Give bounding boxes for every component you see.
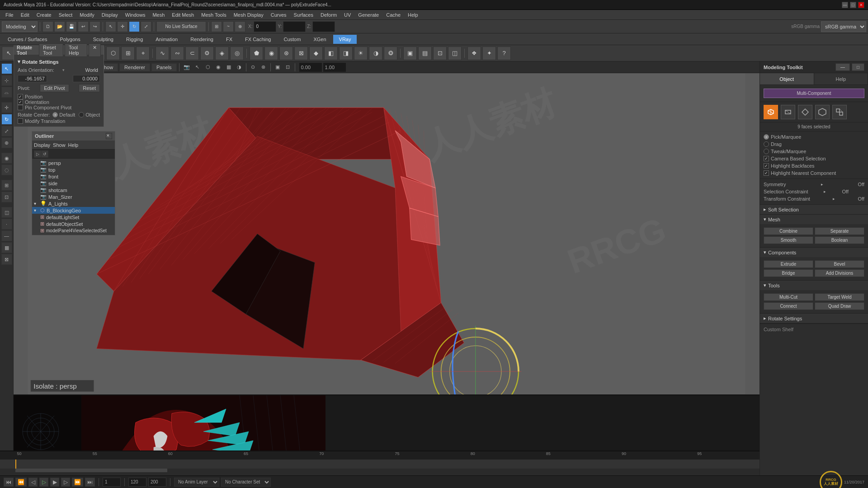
light-shade-btn[interactable]: ◑ <box>235 63 244 72</box>
multi-cut-btn[interactable]: Multi-Cut <box>764 293 813 301</box>
extrude-btn[interactable]: Extrude <box>764 260 813 268</box>
render4-icon[interactable]: ◫ <box>448 47 462 60</box>
tab-polygons[interactable]: Polygons <box>54 35 86 44</box>
plane-icon-btn[interactable] <box>781 105 795 119</box>
tool2-icon[interactable]: ◈ <box>215 47 229 60</box>
soft-select-btn[interactable]: ◉ <box>1 153 12 164</box>
jump-start-btn[interactable]: ⏮ <box>4 478 14 487</box>
tab-object[interactable]: Object <box>760 73 814 84</box>
paint-btn[interactable]: ⊹ <box>1 75 12 86</box>
move-tool-btn[interactable]: ✛ <box>117 21 128 32</box>
modify-translation-cb[interactable] <box>18 118 23 124</box>
resolution-gate-btn[interactable]: ▣ <box>273 63 282 72</box>
scale-tool-btn[interactable]: ⤢ <box>141 21 151 32</box>
xray-btn[interactable]: ⊗ <box>259 63 268 72</box>
reset-tool-btn[interactable]: Reset Tool <box>39 43 63 57</box>
tab-fx-caching[interactable]: FX Caching <box>239 35 277 44</box>
timeline-track[interactable] <box>0 460 760 469</box>
anim-layer-dropdown[interactable]: No Anim Layer <box>174 478 219 487</box>
minimize-button[interactable]: — <box>842 2 848 8</box>
light2-icon[interactable]: ◑ <box>369 47 382 60</box>
snap2-btn[interactable]: ⊡ <box>1 192 12 202</box>
menu-windows[interactable]: Windows <box>122 11 149 19</box>
menu-modify[interactable]: Modify <box>76 11 98 19</box>
new-scene-btn[interactable]: 🗋 <box>42 21 53 32</box>
edit-pivot-btn[interactable]: Edit Pivot <box>40 84 69 92</box>
uv-icon-btn[interactable] <box>832 105 847 119</box>
tab-custom[interactable]: Custom <box>278 35 307 44</box>
tab-help[interactable]: Help <box>814 73 868 84</box>
attr2-icon[interactable]: ◨ <box>339 47 353 60</box>
no-live-surface-btn[interactable]: No Live Surface <box>156 21 206 32</box>
snap-curve-btn[interactable]: ~ <box>223 21 234 32</box>
renderer-menu[interactable]: Renderer <box>119 63 150 71</box>
deform2-icon[interactable]: ⊠ <box>294 47 308 60</box>
components-header[interactable]: Components <box>760 248 868 257</box>
play-fwd-btn[interactable]: ▶ <box>50 478 59 487</box>
fx2-icon[interactable]: ✦ <box>482 47 496 60</box>
snap-icon[interactable]: ⌖ <box>136 47 150 60</box>
connect-btn[interactable]: Connect <box>764 302 813 310</box>
ol-item-shotcam[interactable]: 📷 shotcam <box>32 187 115 193</box>
menu-uv[interactable]: UV <box>340 11 354 19</box>
prev-key-btn[interactable]: ⏪ <box>15 478 27 487</box>
bridge-btn[interactable]: Bridge <box>764 269 813 277</box>
mode-dropdown[interactable]: Modeling Rigging Animation <box>2 21 38 32</box>
combine-btn[interactable]: Combine <box>764 227 813 235</box>
range-start-field[interactable] <box>128 478 146 487</box>
face-btn[interactable]: ▦ <box>1 242 12 253</box>
ol-item-alights[interactable]: ▾ 💡 A_Lights <box>32 200 115 207</box>
ol-display-menu[interactable]: Display <box>34 142 50 148</box>
edge-btn[interactable]: — <box>1 230 12 241</box>
ts-close-btn[interactable]: ✕ <box>89 43 101 57</box>
undo-btn[interactable]: ↩ <box>78 21 89 32</box>
pick-marquee-radio[interactable] <box>764 134 769 140</box>
poly-icon[interactable]: ⬟ <box>250 47 263 60</box>
lasso-btn[interactable]: ⌓ <box>1 87 12 98</box>
tab-curves-surfaces[interactable]: Curves / Surfaces <box>2 35 53 44</box>
menu-editmesh[interactable]: Edit Mesh <box>168 11 198 19</box>
smooth-btn[interactable]: Smooth <box>764 236 813 244</box>
ol-item-blockinggeo[interactable]: ▾ ⬡ B_BlockingGeo <box>32 207 115 214</box>
help-icon[interactable]: ? <box>497 47 511 60</box>
tool-help-btn[interactable]: Tool Help <box>65 43 87 57</box>
light3-icon[interactable]: ❂ <box>384 47 397 60</box>
frame-field[interactable] <box>103 478 121 487</box>
tab-sculpting[interactable]: Sculpting <box>87 35 119 44</box>
separate-btn[interactable]: Separate <box>815 227 864 235</box>
highlight-backfaces-cb[interactable] <box>764 163 769 169</box>
texture-btn[interactable]: ▦ <box>224 63 233 72</box>
quad-draw-btn[interactable]: Quad Draw <box>815 302 864 310</box>
ol-item-front[interactable]: 📷 front <box>32 173 115 180</box>
tab-xgen[interactable]: XGen <box>307 35 332 44</box>
render2-icon[interactable]: ▤ <box>418 47 432 60</box>
universal-btn[interactable]: ⊕ <box>1 137 12 148</box>
curve2-icon[interactable]: ∾ <box>170 47 184 60</box>
redo-btn[interactable]: ↪ <box>90 21 100 32</box>
rotate-tool-btn[interactable]: ↻ <box>129 21 140 32</box>
menu-cache[interactable]: Cache <box>382 11 404 19</box>
menu-generate[interactable]: Generate <box>354 11 382 19</box>
field1-input[interactable] <box>299 63 322 72</box>
pivot-x-field[interactable] <box>18 75 47 82</box>
snap-point-btn[interactable]: ⊕ <box>235 21 245 32</box>
vertex-btn[interactable]: · <box>1 219 12 230</box>
select-mode-btn[interactable]: ↖ <box>1 63 12 74</box>
attr1-icon[interactable]: ◧ <box>324 47 338 60</box>
fx1-icon[interactable]: ❖ <box>467 47 481 60</box>
smooth-shade-btn[interactable]: ◉ <box>214 63 223 72</box>
multi-component-btn[interactable]: Multi-Component <box>764 89 864 98</box>
light1-icon[interactable]: ☀ <box>354 47 368 60</box>
jump-end-btn[interactable]: ⏭ <box>85 478 95 487</box>
curve1-icon[interactable]: ∿ <box>156 47 169 60</box>
scale-btn[interactable]: ⤢ <box>1 126 12 136</box>
highlight-nearest-cb[interactable] <box>764 170 769 176</box>
ol-item-defaultlightset[interactable]: ⊞ defaultLightSet <box>32 214 115 221</box>
menu-file[interactable]: File <box>2 11 17 19</box>
ol-help-menu[interactable]: Help <box>68 142 79 148</box>
y-field[interactable] <box>283 21 306 32</box>
tools-header[interactable]: Tools <box>760 281 868 290</box>
ol-show-menu[interactable]: Show <box>53 142 66 148</box>
menu-surfaces[interactable]: Surfaces <box>290 11 317 19</box>
target-weld-btn[interactable]: Target Weld <box>815 293 864 301</box>
